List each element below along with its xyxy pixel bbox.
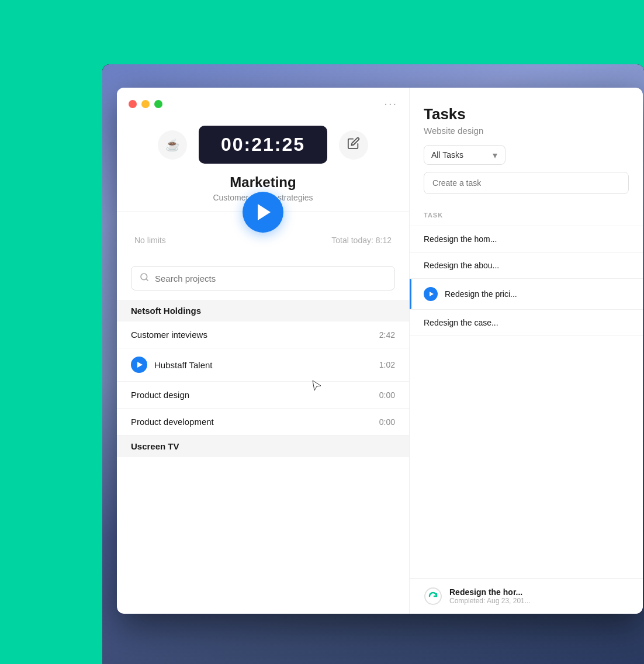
svg-point-2: [425, 588, 441, 604]
tasks-subtitle: Website design: [424, 126, 629, 136]
mac-frame: ··· ☕ 00:21:25 M: [102, 64, 644, 664]
task-name: Redesign the hom...: [424, 234, 497, 244]
maximize-button[interactable]: [154, 100, 162, 108]
task-item[interactable]: Redesign the case...: [410, 310, 643, 336]
play-row: No limits Total today: 8:12: [117, 212, 409, 251]
list-item[interactable]: Product development 0:00: [117, 409, 409, 435]
search-icon: [140, 272, 149, 284]
project-play-btn[interactable]: [131, 357, 147, 373]
tasks-table-label: TASK: [424, 212, 443, 219]
title-bar: ···: [117, 88, 409, 120]
project-item-left: Product development: [131, 417, 214, 427]
project-item-name: Product design: [131, 390, 189, 400]
create-task-input[interactable]: [424, 172, 629, 194]
play-area: No limits Total today: 8:12: [117, 212, 409, 251]
no-limits-label: No limits: [134, 236, 166, 245]
refresh-icon: [424, 587, 442, 606]
close-button[interactable]: [129, 100, 137, 108]
project-item-left: Customer inteviews: [131, 330, 207, 340]
project-play-icon: [137, 362, 143, 368]
list-item[interactable]: Hubstaff Talent 1:02: [117, 348, 409, 382]
project-item-name: Hubstaff Talent: [154, 360, 213, 370]
task-item[interactable]: Redesign the abou...: [410, 253, 643, 279]
window-controls: [129, 100, 162, 108]
task-name: Redesign the case...: [424, 318, 498, 327]
completed-date: Completed: Aug 23, 201...: [449, 597, 629, 605]
project-item-name: Product development: [131, 417, 214, 427]
minimize-button[interactable]: [141, 100, 150, 108]
tasks-filter: All Tasks ▾: [424, 145, 629, 165]
break-button[interactable]: ☕: [158, 130, 187, 160]
play-button[interactable]: [243, 192, 283, 233]
completed-task[interactable]: Redesign the hor... Completed: Aug 23, 2…: [410, 578, 643, 614]
group-header-uscreen: Uscreen TV: [117, 435, 409, 457]
project-item-left: Hubstaff Talent: [131, 357, 213, 373]
timer-display: 00:21:25: [199, 126, 327, 164]
coffee-icon: ☕: [165, 138, 180, 152]
edit-button[interactable]: [339, 130, 368, 160]
project-item-name: Customer inteviews: [131, 330, 207, 340]
project-name: Marketing: [213, 174, 313, 191]
projects-list: Netsoft Holdings Customer inteviews 2:42…: [117, 300, 409, 614]
right-panel: Tasks Website design All Tasks ▾ TASK Re…: [409, 88, 643, 614]
search-input[interactable]: [155, 274, 386, 283]
left-panel: ··· ☕ 00:21:25 M: [117, 88, 409, 614]
project-item-time: 1:02: [379, 360, 395, 369]
total-today-label: Total today: 8:12: [331, 236, 392, 245]
menu-dots[interactable]: ···: [384, 97, 397, 110]
app-window: ··· ☕ 00:21:25 M: [117, 88, 643, 614]
tasks-table-header: TASK: [410, 203, 643, 226]
project-item-time: 0:00: [379, 390, 395, 400]
group-header-netsoft: Netsoft Holdings: [117, 300, 409, 321]
play-icon: [258, 204, 271, 220]
project-item-left: Product design: [131, 390, 189, 400]
search-wrapper[interactable]: [131, 266, 395, 290]
search-container: [117, 257, 409, 300]
project-item-time: 0:00: [379, 417, 395, 427]
task-name: Redesign the abou...: [424, 261, 499, 270]
task-item-active[interactable]: Redesign the prici...: [410, 279, 643, 310]
completed-name: Redesign the hor...: [449, 587, 629, 597]
list-item[interactable]: Customer inteviews 2:42: [117, 321, 409, 348]
tasks-title: Tasks: [424, 105, 629, 123]
edit-icon: [347, 137, 360, 153]
completed-info: Redesign the hor... Completed: Aug 23, 2…: [449, 587, 629, 605]
filter-select[interactable]: All Tasks: [424, 145, 505, 165]
task-item[interactable]: Redesign the hom...: [410, 226, 643, 253]
task-play-icon: [430, 292, 434, 296]
task-play-btn[interactable]: [424, 287, 438, 301]
task-name: Redesign the prici...: [445, 289, 517, 299]
tasks-header: Tasks Website design All Tasks ▾: [410, 88, 643, 203]
timer-section: ☕ 00:21:25: [117, 120, 409, 170]
project-item-time: 2:42: [379, 330, 395, 340]
list-item[interactable]: Product design 0:00: [117, 382, 409, 409]
svg-line-1: [146, 279, 148, 281]
